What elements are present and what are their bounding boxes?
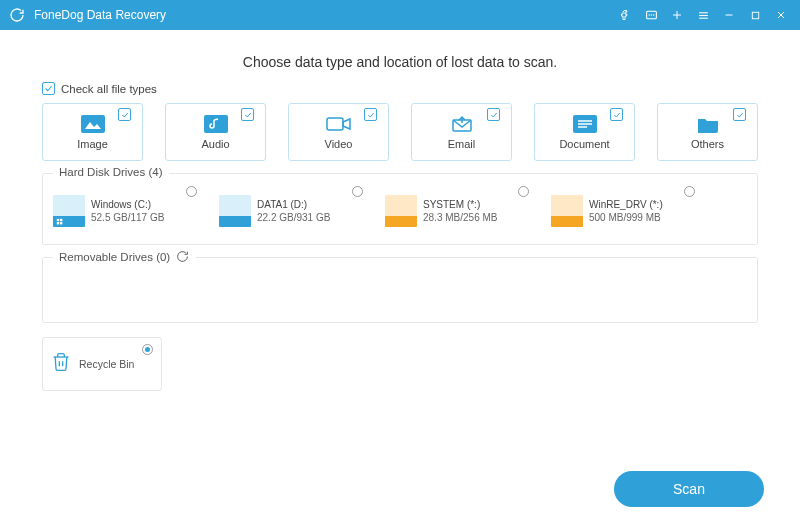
drive-size: 22.2 GB/931 GB: [257, 212, 330, 223]
video-icon: [326, 114, 352, 134]
refresh-icon[interactable]: [176, 250, 190, 264]
drive-radio[interactable]: [186, 186, 197, 197]
drive-radio[interactable]: [684, 186, 695, 197]
svg-rect-25: [60, 218, 62, 220]
drive-item[interactable]: SYSTEM (*:)28.3 MB/256 MB: [385, 188, 535, 234]
audio-icon: [203, 114, 229, 134]
type-checkbox[interactable]: [733, 108, 746, 121]
drive-item[interactable]: Windows (C:)52.5 GB/117 GB: [53, 188, 203, 234]
drive-size: 52.5 GB/117 GB: [91, 212, 164, 223]
svg-rect-10: [752, 12, 758, 18]
svg-point-2: [651, 14, 652, 15]
maximize-icon[interactable]: [744, 4, 766, 26]
removable-drives-legend: Removable Drives (0): [53, 250, 196, 264]
type-checkbox[interactable]: [487, 108, 500, 121]
app-logo-icon: [8, 6, 26, 24]
close-icon[interactable]: [770, 4, 792, 26]
type-label: Document: [559, 138, 609, 150]
type-label: Image: [77, 138, 108, 150]
titlebar: FoneDog Data Recovery: [0, 0, 800, 30]
svg-point-3: [653, 14, 654, 15]
facebook-icon[interactable]: [614, 4, 636, 26]
others-icon: [695, 114, 721, 134]
page-headline: Choose data type and location of lost da…: [42, 54, 758, 70]
type-row: Image Audio Video Email Document Others: [42, 103, 758, 161]
drive-radio[interactable]: [518, 186, 529, 197]
type-label: Email: [448, 138, 476, 150]
svg-marker-17: [343, 119, 350, 129]
svg-rect-13: [81, 115, 105, 133]
app-title: FoneDog Data Recovery: [34, 8, 610, 22]
drive-size: 28.3 MB/256 MB: [423, 212, 497, 223]
svg-rect-24: [57, 218, 59, 220]
feedback-icon[interactable]: [640, 4, 662, 26]
check-all-checkbox[interactable]: [42, 82, 55, 95]
drive-radio[interactable]: [352, 186, 363, 197]
document-icon: [572, 114, 598, 134]
drive-icon: [219, 195, 251, 227]
type-label: Video: [325, 138, 353, 150]
image-icon: [80, 114, 106, 134]
type-card-document[interactable]: Document: [534, 103, 635, 161]
minimize-icon[interactable]: [718, 4, 740, 26]
drive-icon: [551, 195, 583, 227]
type-checkbox[interactable]: [364, 108, 377, 121]
hard-drives-group: Hard Disk Drives (4) Windows (C:)52.5 GB…: [42, 173, 758, 245]
type-checkbox[interactable]: [610, 108, 623, 121]
drive-item[interactable]: DATA1 (D:)22.2 GB/931 GB: [219, 188, 369, 234]
drive-size: 500 MB/999 MB: [589, 212, 661, 223]
svg-rect-26: [57, 222, 59, 224]
type-label: Audio: [201, 138, 229, 150]
svg-rect-15: [204, 115, 228, 133]
drive-name: Windows (C:): [91, 199, 151, 210]
type-card-others[interactable]: Others: [657, 103, 758, 161]
drive-name: SYSTEM (*:): [423, 199, 480, 210]
svg-rect-27: [60, 222, 62, 224]
recycle-bin-card[interactable]: Recycle Bin: [42, 337, 162, 391]
svg-rect-16: [327, 118, 343, 130]
hard-drives-legend: Hard Disk Drives (4): [53, 166, 169, 178]
drive-name: WinRE_DRV (*:): [589, 199, 663, 210]
type-label: Others: [691, 138, 724, 150]
recycle-label: Recycle Bin: [79, 358, 134, 370]
type-checkbox[interactable]: [118, 108, 131, 121]
svg-point-1: [649, 14, 650, 15]
drive-name: DATA1 (D:): [257, 199, 307, 210]
email-icon: [449, 114, 475, 134]
check-all-row[interactable]: Check all file types: [42, 82, 758, 95]
scan-button[interactable]: Scan: [614, 471, 764, 507]
type-card-email[interactable]: Email: [411, 103, 512, 161]
type-card-image[interactable]: Image: [42, 103, 143, 161]
type-card-audio[interactable]: Audio: [165, 103, 266, 161]
drive-item[interactable]: WinRE_DRV (*:)500 MB/999 MB: [551, 188, 701, 234]
trash-icon: [51, 351, 71, 377]
drive-icon: [385, 195, 417, 227]
recycle-radio[interactable]: [142, 344, 153, 355]
plus-icon[interactable]: [666, 4, 688, 26]
removable-drives-group: Removable Drives (0): [42, 257, 758, 323]
menu-icon[interactable]: [692, 4, 714, 26]
drive-icon: [53, 195, 85, 227]
type-checkbox[interactable]: [241, 108, 254, 121]
check-all-label: Check all file types: [61, 83, 157, 95]
type-card-video[interactable]: Video: [288, 103, 389, 161]
